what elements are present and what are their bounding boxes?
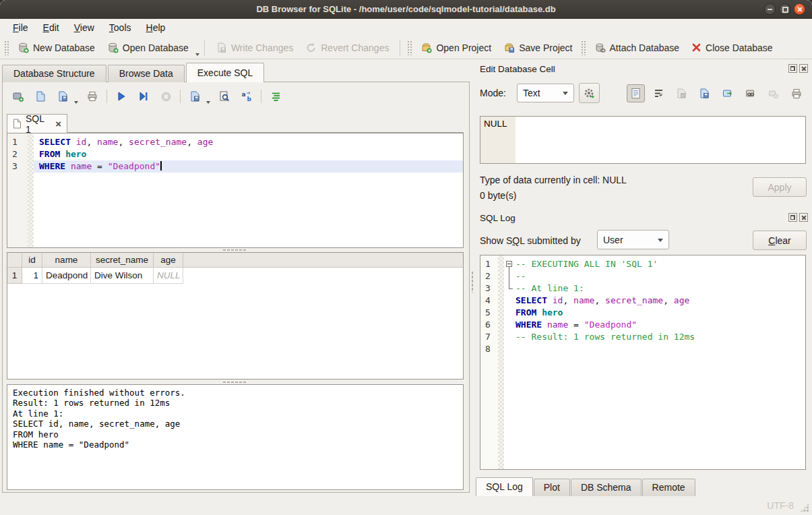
cell-editor-content[interactable]	[516, 117, 805, 163]
attach-database-button[interactable]: Attach Database	[588, 38, 686, 57]
sql-log-dock-title: SQL Log	[480, 213, 516, 223]
close-sql-tab-icon[interactable]: ×	[55, 119, 61, 129]
code-line[interactable]: -- At line 1:	[504, 282, 805, 295]
tab-database-structure[interactable]: Database Structure	[2, 65, 106, 82]
export-results-dropdown-icon[interactable]	[206, 101, 210, 104]
word-wrap-icon[interactable]	[650, 84, 668, 102]
menu-file[interactable]: File	[5, 20, 36, 35]
print-icon[interactable]	[84, 88, 100, 104]
column-header-secret-name[interactable]: secret_name	[91, 253, 154, 267]
sql-file-tab[interactable]: SQL 1 ×	[7, 114, 67, 133]
code-line[interactable]: WHERE name = "Deadpond"	[504, 319, 805, 331]
export-data-icon[interactable]	[718, 84, 737, 102]
apply-button[interactable]: Apply	[753, 177, 807, 197]
sql-log-view[interactable]: 12345678 -- EXECUTING ALL IN 'SQL 1'----…	[480, 255, 806, 470]
mode-select[interactable]: Text	[517, 84, 574, 102]
menu-edit[interactable]: Edit	[36, 20, 67, 35]
execute-current-line-icon[interactable]	[135, 88, 152, 104]
fold-marker[interactable]	[504, 258, 516, 270]
resize-grip[interactable]	[800, 503, 809, 512]
row-number-cell[interactable]: 1	[7, 268, 22, 284]
cell-value-editor[interactable]: NULL	[480, 116, 806, 164]
tab-sql-log[interactable]: SQL Log	[476, 477, 533, 496]
maximize-button[interactable]	[779, 3, 790, 15]
menu-help[interactable]: Help	[139, 20, 173, 35]
cell-age-null[interactable]: NULL	[154, 268, 183, 284]
cell-secret-name[interactable]: Dive Wilson	[91, 268, 154, 284]
mode-label: Mode:	[480, 88, 506, 98]
save-project-button[interactable]: Save Project	[497, 38, 578, 57]
float-dock-icon[interactable]	[788, 64, 797, 73]
execution-message-box[interactable]: Execution finished without errors. Resul…	[7, 384, 464, 490]
auto-switch-mode-button[interactable]	[579, 83, 600, 103]
table-row[interactable]: 1 1 Deadpond Dive Wilson NULL	[7, 268, 463, 284]
code-line[interactable]: WHERE name = "Deadpond"	[34, 160, 463, 173]
code-line[interactable]	[504, 343, 805, 355]
row-number-header	[7, 253, 22, 267]
menu-tools[interactable]: Tools	[102, 20, 139, 35]
column-header-age[interactable]: age	[154, 253, 183, 267]
horizontal-splitter[interactable]	[222, 381, 247, 384]
write-changes-button[interactable]: Write Changes	[210, 38, 299, 57]
open-database-dropdown-icon[interactable]	[195, 53, 199, 56]
new-database-button[interactable]: New Database	[11, 38, 101, 57]
tab-db-schema[interactable]: DB Schema	[571, 479, 642, 496]
toolbar-drag-handle[interactable]	[407, 40, 412, 55]
minimize-button[interactable]	[764, 3, 776, 15]
close-dock-icon[interactable]	[799, 213, 808, 222]
titlebar[interactable]: DB Browser for SQLite - /home/user/code/…	[0, 0, 812, 19]
revert-changes-button[interactable]: Revert Changes	[299, 38, 395, 57]
open-project-button[interactable]: Open Project	[414, 38, 497, 57]
close-database-button[interactable]: Close Database	[685, 39, 779, 57]
stop-icon[interactable]	[158, 88, 174, 104]
editor-code-area[interactable]: SELECT id, name, secret_name, ageFROM he…	[34, 133, 463, 247]
find-icon[interactable]	[216, 88, 232, 104]
import-data-icon[interactable]	[695, 84, 714, 102]
tab-browse-data[interactable]: Browse Data	[108, 65, 185, 82]
menu-view[interactable]: View	[67, 20, 102, 35]
code-line[interactable]: -- EXECUTING ALL IN 'SQL 1'	[504, 258, 805, 270]
code-line[interactable]: SELECT id, name, secret_name, age	[34, 136, 463, 148]
code-line[interactable]: -- Result: 1 rows returned in 12ms	[504, 331, 805, 343]
column-header-id[interactable]: id	[22, 253, 42, 267]
open-database-button[interactable]: Open Database	[101, 38, 195, 57]
toolbar-drag-handle[interactable]	[4, 40, 9, 55]
code-line[interactable]: --	[504, 270, 805, 282]
text-view-icon[interactable]	[627, 84, 645, 102]
save-sql-file-icon[interactable]	[55, 88, 71, 104]
find-replace-icon[interactable]: ab	[239, 88, 255, 104]
open-sql-file-icon[interactable]	[32, 88, 49, 104]
execute-all-icon[interactable]	[113, 88, 129, 104]
float-dock-icon[interactable]	[788, 213, 797, 222]
export-results-icon[interactable]	[187, 88, 203, 104]
vertical-splitter[interactable]	[471, 271, 474, 293]
open-sql-tab-icon[interactable]	[10, 88, 26, 104]
save-cell-icon[interactable]	[673, 84, 691, 102]
set-null-icon[interactable]	[764, 84, 782, 102]
print-cell-icon[interactable]	[787, 84, 805, 102]
toolbar-drag-handle[interactable]	[581, 40, 586, 55]
code-line[interactable]: SELECT id, name, secret_name, age	[504, 295, 805, 307]
save-sql-dropdown-icon[interactable]	[74, 101, 78, 104]
sql-log-filter-select[interactable]: User	[597, 230, 669, 249]
dock-buttons	[788, 64, 808, 73]
results-table[interactable]: id name secret_name age 1 1 Deadpond Div…	[7, 252, 464, 380]
tab-execute-sql[interactable]: Execute SQL	[186, 63, 265, 82]
clear-log-button[interactable]: Clear	[753, 231, 807, 250]
code-line[interactable]: FROM hero	[34, 148, 463, 160]
cell-size-info: 0 byte(s)	[480, 190, 516, 201]
close-database-icon	[691, 42, 701, 53]
tab-remote[interactable]: Remote	[642, 479, 695, 496]
code-line[interactable]: FROM hero	[504, 307, 805, 319]
log-code-area[interactable]: -- EXECUTING ALL IN 'SQL 1'---- At line …	[504, 255, 805, 469]
cell-name[interactable]: Deadpond	[42, 268, 91, 284]
open-link-icon[interactable]	[741, 84, 759, 102]
format-sql-icon[interactable]	[268, 88, 284, 104]
close-button[interactable]	[794, 3, 805, 15]
horizontal-splitter[interactable]	[222, 249, 247, 251]
cell-id[interactable]: 1	[22, 268, 42, 284]
column-header-name[interactable]: name	[42, 253, 91, 267]
close-dock-icon[interactable]	[799, 64, 808, 73]
sql-editor[interactable]: 123 SELECT id, name, secret_name, ageFRO…	[7, 133, 464, 248]
tab-plot[interactable]: Plot	[534, 479, 570, 496]
